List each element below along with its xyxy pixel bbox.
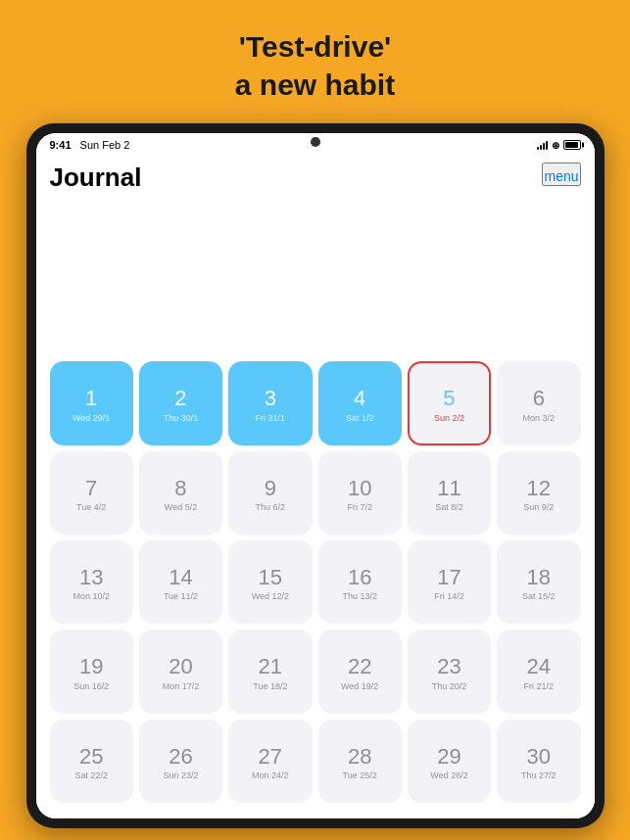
day-cell[interactable]: 4Sat 1/2	[318, 361, 402, 444]
banner-line1: 'Test-drive'	[239, 30, 391, 63]
day-cell[interactable]: 7Tue 4/2	[50, 451, 133, 535]
day-cell[interactable]: 22Wed 19/2	[318, 630, 402, 713]
day-number: 27	[259, 745, 282, 769]
day-number: 30	[527, 745, 551, 769]
day-subtext: Wed 19/2	[341, 681, 378, 691]
day-subtext: Sun 23/2	[163, 770, 198, 780]
day-subtext: Wed 29/1	[73, 413, 110, 423]
day-number: 26	[169, 745, 192, 769]
day-subtext: Wed 26/2	[430, 770, 467, 780]
calendar-grid: 1Wed 29/12Thu 30/13Fri 31/14Sat 1/25Sun …	[50, 361, 581, 803]
day-number: 21	[259, 655, 282, 678]
day-cell[interactable]: 16Thu 13/2	[318, 540, 402, 624]
day-number: 1	[85, 387, 97, 410]
day-number: 25	[79, 745, 103, 769]
day-cell[interactable]: 2Thu 30/1	[139, 361, 222, 444]
day-cell[interactable]: 27Mon 24/2	[228, 720, 312, 803]
day-cell[interactable]: 17Fri 14/2	[408, 540, 491, 624]
calendar-container: 1Wed 29/12Thu 30/13Fri 31/14Sat 1/25Sun …	[50, 197, 581, 809]
menu-button[interactable]: menu	[542, 163, 580, 186]
day-number: 2	[174, 387, 186, 410]
day-cell[interactable]: 13Mon 10/2	[50, 540, 133, 624]
day-cell[interactable]: 20Mon 17/2	[139, 630, 222, 713]
day-subtext: Fri 14/2	[434, 591, 464, 601]
day-number: 29	[437, 745, 460, 769]
camera-notch	[311, 137, 320, 147]
day-cell[interactable]: 30Thu 27/2	[497, 720, 580, 803]
day-number: 18	[527, 566, 551, 589]
day-subtext: Thu 27/2	[521, 770, 557, 780]
day-cell[interactable]: 28Tue 25/2	[318, 720, 402, 803]
day-number: 9	[265, 477, 276, 500]
day-subtext: Thu 20/2	[432, 681, 467, 691]
day-cell[interactable]: 3Fri 31/1	[228, 361, 312, 444]
day-cell[interactable]: 24Fri 21/2	[497, 630, 580, 713]
day-number: 8	[174, 477, 186, 500]
status-icons: ⊛	[537, 140, 581, 151]
day-subtext: Sat 1/2	[346, 413, 374, 423]
day-subtext: Sun 9/2	[523, 502, 554, 512]
battery-icon	[563, 140, 581, 150]
day-cell[interactable]: 1Wed 29/1	[50, 361, 133, 444]
day-number: 13	[79, 566, 103, 589]
signal-icon	[537, 140, 548, 150]
day-subtext: Fri 21/2	[524, 681, 555, 691]
status-date: Sun Feb 2	[80, 139, 130, 151]
day-subtext: Tue 4/2	[76, 502, 106, 512]
day-cell[interactable]: 10Fri 7/2	[318, 451, 402, 535]
day-subtext: Tue 11/2	[164, 591, 198, 601]
app-header: Journal menu	[50, 155, 581, 197]
day-subtext: Sat 8/2	[435, 502, 463, 512]
day-number: 23	[437, 655, 460, 678]
day-subtext: Thu 13/2	[342, 591, 377, 601]
day-number: 28	[348, 745, 371, 769]
day-cell[interactable]: 14Tue 11/2	[139, 540, 222, 624]
day-subtext: Sun 16/2	[73, 681, 109, 691]
status-time: 9:41	[50, 139, 72, 151]
day-number: 7	[85, 477, 97, 500]
day-subtext: Fri 31/1	[256, 413, 286, 423]
day-number: 20	[169, 655, 192, 678]
day-subtext: Mon 3/2	[523, 413, 556, 423]
day-number: 3	[265, 387, 276, 410]
day-number: 15	[259, 566, 282, 589]
day-cell[interactable]: 11Sat 8/2	[408, 451, 491, 535]
day-subtext: Sat 15/2	[522, 591, 556, 601]
day-number: 11	[437, 477, 460, 500]
day-cell[interactable]: 29Wed 26/2	[408, 720, 491, 803]
day-number: 5	[443, 387, 455, 410]
day-cell[interactable]: 6Mon 3/2	[497, 361, 580, 444]
status-time-date: 9:41 Sun Feb 2	[50, 139, 130, 151]
day-cell[interactable]: 23Thu 20/2	[408, 630, 491, 713]
day-cell[interactable]: 19Sun 16/2	[50, 630, 133, 713]
day-number: 22	[348, 655, 371, 678]
day-number: 4	[354, 387, 365, 410]
banner-line2: a new habit	[235, 69, 395, 101]
day-number: 12	[527, 477, 551, 500]
day-subtext: Wed 12/2	[252, 591, 289, 601]
day-cell[interactable]: 25Sat 22/2	[50, 720, 133, 803]
day-cell[interactable]: 12Sun 9/2	[497, 451, 580, 535]
day-cell[interactable]: 8Wed 5/2	[139, 451, 222, 535]
wifi-icon: ⊛	[552, 140, 559, 151]
day-subtext: Mon 17/2	[163, 681, 200, 691]
day-cell[interactable]: 18Sat 15/2	[497, 540, 580, 624]
day-number: 10	[348, 477, 371, 500]
day-subtext: Thu 30/1	[164, 413, 199, 423]
day-cell[interactable]: 26Sun 23/2	[139, 720, 222, 803]
day-number: 19	[79, 655, 103, 678]
day-subtext: Sun 2/2	[434, 413, 464, 423]
app-title: Journal	[50, 163, 142, 193]
day-number: 14	[169, 566, 192, 589]
day-subtext: Thu 6/2	[256, 502, 286, 512]
day-cell[interactable]: 9Thu 6/2	[228, 451, 312, 535]
day-cell[interactable]: 21Tue 18/2	[228, 630, 312, 713]
day-subtext: Tue 25/2	[343, 770, 377, 780]
banner-text: 'Test-drive' a new habit	[20, 27, 610, 104]
day-cell[interactable]: 5Sun 2/2	[408, 361, 491, 444]
device-frame: 9:41 Sun Feb 2 ⊛ Journal menu	[26, 123, 605, 828]
day-subtext: Mon 24/2	[252, 770, 289, 780]
day-number: 24	[527, 655, 551, 678]
day-cell[interactable]: 15Wed 12/2	[228, 540, 312, 624]
device-screen: 9:41 Sun Feb 2 ⊛ Journal menu	[36, 133, 595, 818]
